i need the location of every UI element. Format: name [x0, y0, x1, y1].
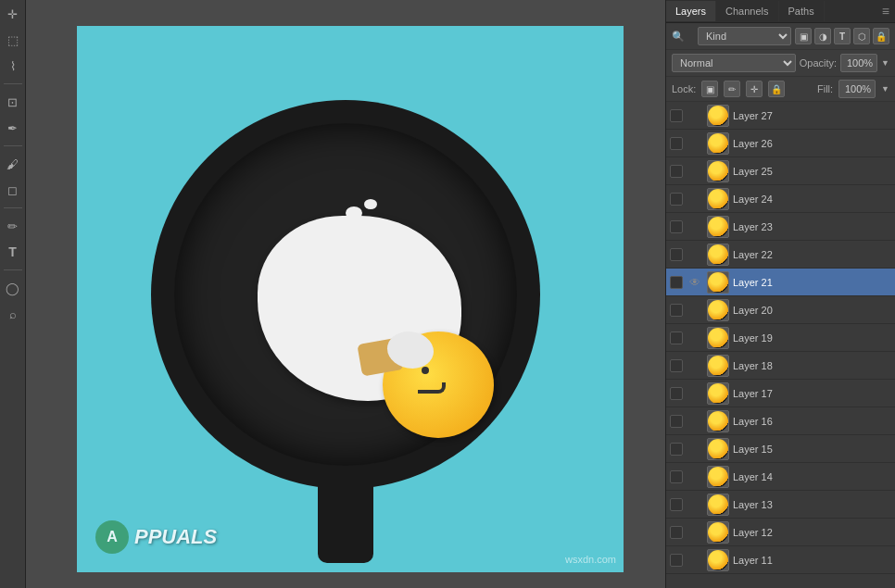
filter-smart-icon[interactable]: 🔒 — [873, 28, 889, 44]
layer-16-name: Layer 16 — [733, 416, 891, 427]
layer-19-visibility[interactable] — [687, 330, 703, 346]
layer-17-name: Layer 17 — [733, 388, 891, 399]
layer-item-18[interactable]: Layer 18 — [666, 352, 895, 380]
layer-18-checkbox[interactable] — [670, 359, 683, 372]
layer-item-23[interactable]: Layer 23 — [666, 213, 895, 241]
layer-18-visibility[interactable] — [687, 357, 703, 374]
layer-12-checkbox[interactable] — [670, 526, 683, 539]
layer-19-name: Layer 19 — [733, 332, 891, 344]
layer-item-22[interactable]: Layer 22 — [666, 241, 895, 269]
brush-icon[interactable]: 🖌 — [3, 154, 23, 174]
filter-type-icon[interactable]: T — [834, 28, 851, 44]
layer-26-thumbnail — [707, 132, 729, 155]
layer-item-24[interactable]: Layer 24 — [666, 185, 895, 213]
layer-11-checkbox[interactable] — [670, 554, 683, 567]
panel-menu-button[interactable]: ≡ — [876, 0, 895, 22]
layer-item-19[interactable]: Layer 19 — [666, 324, 895, 352]
layer-22-checkbox[interactable] — [670, 248, 683, 261]
lock-all-btn[interactable]: 🔒 — [768, 81, 785, 97]
layer-13-name: Layer 13 — [733, 499, 891, 510]
fill-input[interactable] — [838, 80, 876, 98]
layer-12-name: Layer 12 — [733, 527, 891, 538]
lock-label: Lock: — [672, 83, 696, 94]
wsxdn-watermark: wsxdn.com — [565, 554, 616, 565]
layer-23-checkbox[interactable] — [670, 220, 683, 233]
layer-24-thumbnail — [707, 188, 729, 210]
filter-pixel-icon[interactable]: ▣ — [795, 28, 812, 44]
watermark-icon: A — [95, 520, 129, 554]
pen-icon[interactable]: ✏ — [3, 216, 23, 236]
fill-arrow[interactable]: ▼ — [881, 84, 889, 94]
opacity-arrow[interactable]: ▼ — [881, 58, 889, 68]
layer-13-visibility[interactable] — [687, 496, 703, 513]
filter-select[interactable]: Kind — [698, 27, 791, 45]
layer-17-checkbox[interactable] — [670, 387, 683, 400]
blend-mode-select[interactable]: Normal — [672, 54, 796, 72]
layer-24-checkbox[interactable] — [670, 193, 683, 206]
layer-item-12[interactable]: Layer 12 — [666, 519, 895, 546]
layer-17-visibility[interactable] — [687, 385, 703, 402]
layer-item-13[interactable]: Layer 13 — [666, 491, 895, 519]
opacity-input[interactable] — [840, 54, 877, 72]
layer-24-visibility[interactable] — [687, 191, 703, 207]
layer-16-checkbox[interactable] — [670, 415, 683, 428]
lock-position-btn[interactable]: ✛ — [746, 81, 763, 97]
layer-15-visibility[interactable] — [687, 441, 703, 457]
layer-item-25[interactable]: Layer 25 — [666, 157, 895, 185]
tab-channels[interactable]: Channels — [716, 1, 778, 21]
layer-25-visibility[interactable] — [687, 163, 703, 180]
shape-icon[interactable]: ◯ — [3, 278, 23, 298]
layer-22-visibility[interactable] — [687, 246, 703, 263]
layer-21-checkbox[interactable] — [670, 276, 683, 289]
layer-15-checkbox[interactable] — [670, 443, 683, 456]
layer-16-visibility[interactable] — [687, 413, 703, 430]
layer-14-checkbox[interactable] — [670, 470, 683, 483]
layer-item-21[interactable]: 👁 Layer 21 — [666, 269, 895, 296]
layer-13-checkbox[interactable] — [670, 498, 683, 511]
layer-item-11[interactable]: Layer 11 — [666, 546, 895, 574]
layer-item-16[interactable]: Layer 16 — [666, 407, 895, 435]
layer-item-26[interactable]: Layer 26 — [666, 130, 895, 157]
lock-paint-btn[interactable]: ✏ — [724, 81, 740, 97]
select-rect-icon[interactable]: ⬚ — [3, 30, 23, 50]
layer-23-thumbnail — [707, 216, 729, 238]
filter-adjustment-icon[interactable]: ◑ — [814, 28, 831, 44]
layer-23-visibility[interactable] — [687, 219, 703, 235]
layer-21-visibility[interactable]: 👁 — [687, 274, 703, 291]
tab-layers[interactable]: Layers — [666, 1, 716, 21]
eyedropper-icon[interactable]: ✒ — [3, 118, 23, 138]
layer-17-thumbnail — [707, 382, 729, 405]
eraser-icon[interactable]: ◻ — [3, 180, 23, 200]
layer-item-15[interactable]: Layer 15 — [666, 435, 895, 463]
layer-27-visibility[interactable] — [687, 107, 703, 124]
layer-12-visibility[interactable] — [687, 524, 703, 541]
text-icon[interactable]: T — [3, 242, 23, 262]
layer-27-checkbox[interactable] — [670, 109, 683, 122]
filter-shape-icon[interactable]: ⬡ — [853, 28, 870, 44]
layer-11-visibility[interactable] — [687, 552, 703, 569]
lock-transparency-btn[interactable]: ▣ — [701, 81, 718, 97]
crop-icon[interactable]: ⊡ — [3, 92, 23, 112]
illustration-canvas[interactable]: A PPUALS wsxdn.com — [77, 26, 624, 572]
zoom-icon[interactable]: ⌕ — [3, 304, 23, 324]
layer-26-name: Layer 26 — [733, 138, 891, 149]
pan-outer — [151, 100, 540, 489]
layer-22-thumbnail — [707, 244, 729, 266]
lasso-icon[interactable]: ⌇ — [3, 56, 23, 76]
layer-item-14[interactable]: Layer 14 — [666, 463, 895, 491]
layer-item-17[interactable]: Layer 17 — [666, 380, 895, 407]
layer-26-checkbox[interactable] — [670, 137, 683, 150]
layer-26-visibility[interactable] — [687, 135, 703, 152]
layer-20-checkbox[interactable] — [670, 304, 683, 317]
layer-item-20[interactable]: Layer 20 — [666, 296, 895, 324]
pan-handle — [318, 470, 373, 563]
tab-paths[interactable]: Paths — [779, 1, 825, 21]
move-tool-icon[interactable]: ✛ — [3, 4, 23, 24]
layer-14-visibility[interactable] — [687, 469, 703, 485]
layer-25-checkbox[interactable] — [670, 165, 683, 178]
layer-14-thumbnail — [707, 466, 729, 488]
layer-19-checkbox[interactable] — [670, 332, 683, 344]
layer-20-visibility[interactable] — [687, 302, 703, 319]
layers-list[interactable]: Layer 27 Layer 26 Layer 25 Layer 24 — [666, 102, 895, 588]
layer-item-27[interactable]: Layer 27 — [666, 102, 895, 130]
